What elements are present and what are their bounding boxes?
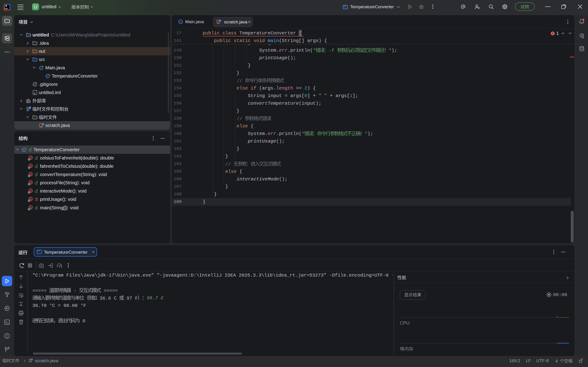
svg-text:m: m <box>30 197 32 200</box>
svg-text:m: m <box>30 181 32 184</box>
svg-text:m: m <box>30 164 32 167</box>
svg-text:C: C <box>180 20 182 23</box>
svg-text:m: m <box>30 206 32 209</box>
svg-text:m: m <box>30 189 32 192</box>
svg-text:C: C <box>23 149 25 151</box>
svg-text:m: m <box>30 156 32 159</box>
svg-text:C: C <box>40 67 42 69</box>
svg-text:C: C <box>47 75 49 78</box>
svg-text:U: U <box>34 5 37 9</box>
svg-text:m: m <box>30 172 32 176</box>
